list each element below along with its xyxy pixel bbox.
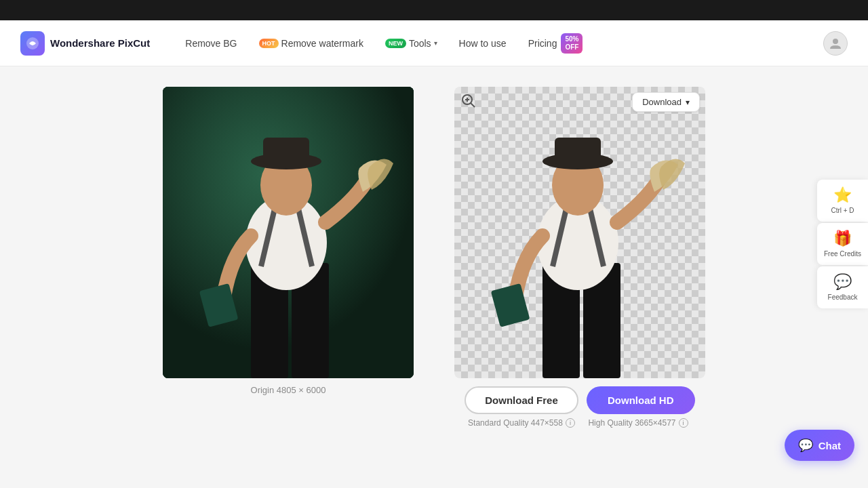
svg-point-1 xyxy=(833,39,838,44)
right-panel: Download ▾ xyxy=(454,87,705,428)
free-credits-label: Free Credits xyxy=(824,250,861,258)
info-icon-high[interactable]: i xyxy=(679,418,688,428)
star-icon: ⭐ xyxy=(833,186,852,204)
pricing-text: Pricing xyxy=(528,38,557,49)
original-image xyxy=(163,87,414,378)
result-image xyxy=(454,87,705,378)
chevron-down-icon: ▾ xyxy=(434,39,437,47)
nav-remove-bg[interactable]: Remove BG xyxy=(185,38,237,49)
sidebar-free-credits[interactable]: 🎁 Free Credits xyxy=(817,223,868,265)
checker-background xyxy=(454,87,705,378)
nav-tools-label: Tools xyxy=(409,38,431,49)
logo-icon xyxy=(20,31,45,56)
content-area: Origin 4805 × 6000 xyxy=(0,66,868,488)
svg-rect-24 xyxy=(555,138,601,165)
chat-label: Chat xyxy=(818,440,841,451)
feedback-label: Feedback xyxy=(828,293,858,302)
result-image-wrapper: Download ▾ xyxy=(454,87,705,378)
chat-icon: 💬 xyxy=(798,438,813,453)
logo-text: Wondershare PixCut xyxy=(50,37,150,49)
chevron-down-icon: ▾ xyxy=(686,98,690,107)
info-icon-standard[interactable]: i xyxy=(566,418,575,428)
original-image-bg xyxy=(163,87,414,378)
high-quality-label: High Quality 3665×4577 i xyxy=(584,418,692,428)
nav-tools[interactable]: NEW Tools ▾ xyxy=(385,38,437,49)
new-badge: NEW xyxy=(385,39,406,48)
right-sidebar: ⭐ Ctrl + D 🎁 Free Credits 💬 Feedback xyxy=(817,180,868,308)
left-panel: Origin 4805 × 6000 xyxy=(163,87,414,395)
sidebar-feedback[interactable]: 💬 Feedback xyxy=(817,266,868,308)
quality-labels: Standard Quality 447×558 i High Quality … xyxy=(467,418,692,428)
bottom-controls: Download Free Download HD Standard Quali… xyxy=(465,386,695,428)
download-hd-button[interactable]: Download HD xyxy=(587,386,695,414)
standard-quality-label: Standard Quality 447×558 i xyxy=(467,418,576,428)
download-header-area: Download ▾ xyxy=(632,92,700,112)
chat-button[interactable]: 💬 Chat xyxy=(785,430,854,461)
gift-icon: 🎁 xyxy=(833,230,852,247)
download-free-button[interactable]: Download Free xyxy=(465,386,578,414)
nav-pricing[interactable]: Pricing 50%OFF xyxy=(528,33,583,54)
feedback-icon: 💬 xyxy=(833,273,852,291)
off-badge: 50%OFF xyxy=(561,33,583,54)
zoom-button[interactable] xyxy=(460,92,476,111)
user-avatar[interactable] xyxy=(823,31,848,56)
svg-line-14 xyxy=(471,103,475,107)
svg-rect-11 xyxy=(263,138,309,165)
download-buttons: Download Free Download HD xyxy=(465,386,695,414)
nav-remove-watermark[interactable]: HOT Remove watermark xyxy=(259,38,363,49)
nav-how-to-use[interactable]: How to use xyxy=(459,38,507,49)
nav-remove-watermark-label: Remove watermark xyxy=(281,38,363,49)
hot-badge: HOT xyxy=(259,39,279,48)
original-caption: Origin 4805 × 6000 xyxy=(251,385,326,395)
sidebar-bookmark[interactable]: ⭐ Ctrl + D xyxy=(817,180,868,222)
download-header-label: Download xyxy=(642,97,682,107)
bookmark-label: Ctrl + D xyxy=(831,207,854,215)
download-header-button[interactable]: Download ▾ xyxy=(632,92,700,112)
logo[interactable]: Wondershare PixCut xyxy=(20,31,150,56)
